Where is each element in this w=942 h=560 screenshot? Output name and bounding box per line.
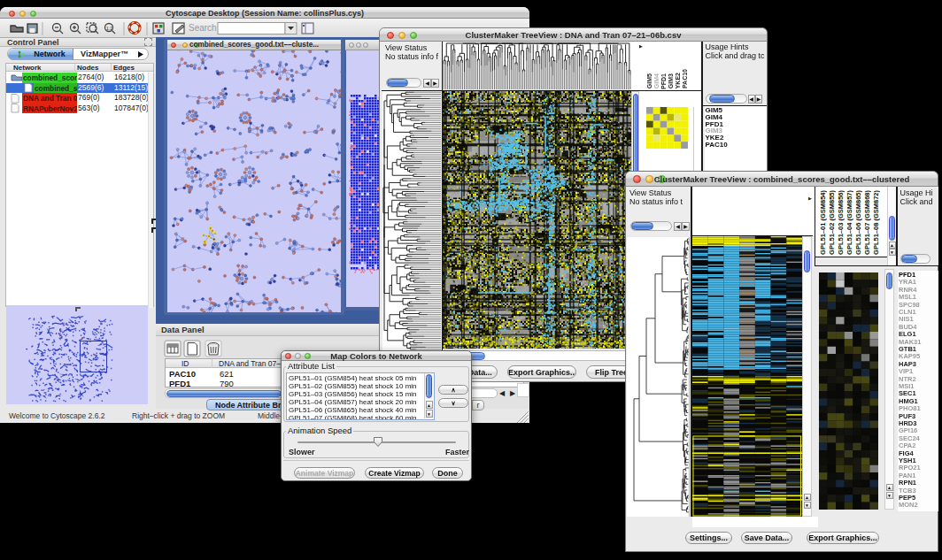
svg-text:Search:: Search: [189,23,219,33]
svg-text:1:1: 1:1 [106,26,112,31]
